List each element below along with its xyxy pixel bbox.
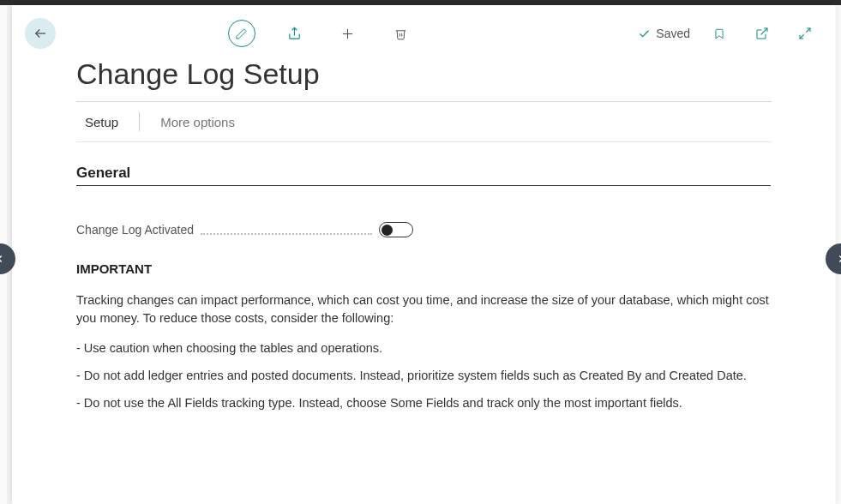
dotted-leader [201, 233, 372, 235]
saved-label: Saved [656, 27, 690, 40]
important-intro: Tracking changes can impact performance,… [76, 291, 771, 327]
delete-button[interactable] [387, 20, 415, 47]
toolbar-right: Saved [638, 20, 819, 47]
tab-bar: Setup More options [76, 102, 772, 142]
toggle-knob [381, 225, 393, 236]
svg-line-3 [761, 28, 767, 34]
tab-more-options[interactable]: More options [152, 113, 243, 131]
expand-icon [798, 27, 812, 40]
main-panel: Saved Change Log Setup Setup More option… [12, 5, 836, 504]
svg-line-4 [806, 28, 810, 33]
pencil-icon [235, 27, 248, 40]
change-log-activated-label: Change Log Activated [76, 223, 194, 237]
popout-button[interactable] [748, 20, 776, 47]
toolbar: Saved [12, 5, 836, 53]
section-general-header[interactable]: General [76, 165, 771, 186]
important-heading: IMPORTANT [76, 261, 772, 276]
check-icon [638, 27, 651, 40]
bookmark-button[interactable] [706, 20, 733, 47]
arrow-left-icon [33, 26, 48, 41]
tab-divider [139, 112, 140, 131]
back-button[interactable] [25, 18, 56, 49]
tab-setup[interactable]: Setup [76, 113, 127, 131]
new-button[interactable] [334, 20, 362, 47]
share-icon [287, 27, 302, 41]
content: Change Log Setup Setup More options Gene… [12, 53, 836, 427]
important-bullet-2: - Do not add ledger entries and posted d… [76, 369, 772, 382]
svg-line-5 [800, 34, 804, 39]
edit-button[interactable] [228, 20, 255, 47]
share-button[interactable] [281, 20, 309, 47]
important-bullet-3: - Do not use the All Fields tracking typ… [76, 396, 772, 410]
bookmark-icon [713, 27, 725, 41]
toolbar-center [228, 20, 415, 47]
popout-icon [755, 27, 769, 40]
saved-indicator: Saved [638, 27, 690, 40]
plus-icon [340, 27, 355, 41]
field-change-log-activated: Change Log Activated [76, 222, 772, 237]
chevron-right-icon [835, 253, 841, 265]
expand-button[interactable] [791, 20, 819, 47]
chevron-left-icon [0, 253, 6, 265]
change-log-activated-toggle[interactable] [379, 222, 413, 237]
page-title: Change Log Setup [76, 57, 772, 91]
important-bullet-1: - Use caution when choosing the tables a… [76, 341, 772, 355]
trash-icon [394, 27, 407, 41]
